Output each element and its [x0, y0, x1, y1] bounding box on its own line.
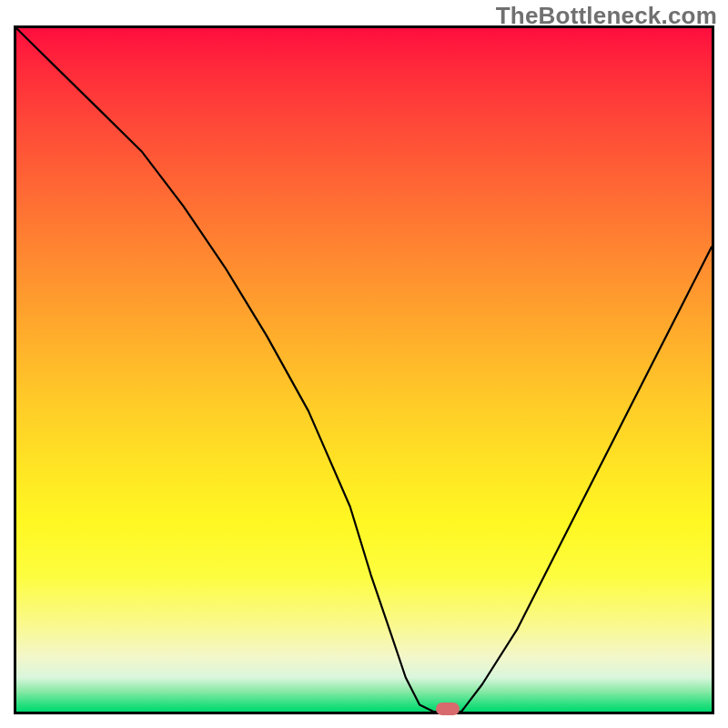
optimal-point-marker — [436, 703, 460, 715]
bottleneck-curve-path — [16, 28, 712, 712]
curve-svg — [16, 28, 712, 712]
chart-container: TheBottleneck.com — [0, 0, 728, 728]
plot-area — [14, 25, 714, 714]
watermark-text: TheBottleneck.com — [496, 2, 717, 30]
